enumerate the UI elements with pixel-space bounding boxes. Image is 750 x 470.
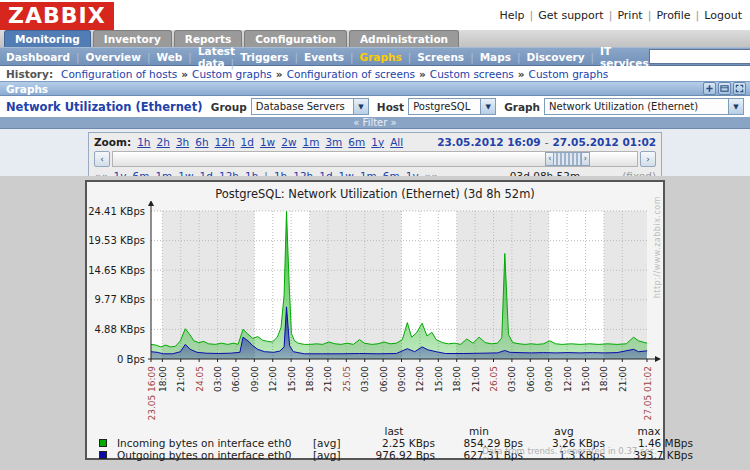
filter-toggle[interactable]: « Filter » bbox=[0, 117, 750, 129]
svg-text:03:00: 03:00 bbox=[507, 366, 517, 392]
svg-text:14.65 KBps: 14.65 KBps bbox=[88, 265, 145, 276]
fullscreen-icon[interactable] bbox=[733, 82, 746, 95]
svg-text:15:00: 15:00 bbox=[287, 366, 297, 392]
history-link[interactable]: Configuration of hosts bbox=[61, 68, 192, 80]
header-links: HelpGet supportPrintProfileLogout bbox=[500, 9, 750, 22]
svg-text:25.05: 25.05 bbox=[342, 366, 352, 392]
watermark: http://www.zabbix.com bbox=[653, 196, 662, 298]
svg-text:21:00: 21:00 bbox=[323, 366, 333, 392]
zabbix-page: ZABBIX HelpGet supportPrintProfileLogout… bbox=[0, 0, 750, 470]
svg-text:4.88 KBps: 4.88 KBps bbox=[95, 324, 145, 335]
graph-select-value: Network Utilization (Ethernet) bbox=[545, 101, 728, 112]
zoom-link[interactable]: 1y bbox=[371, 136, 384, 148]
legend-series-name: Incoming bytes on interface eth0 bbox=[113, 437, 309, 449]
sub-nav-item[interactable]: Triggers bbox=[240, 51, 304, 63]
svg-text:23.05 16:09: 23.05 16:09 bbox=[147, 366, 157, 421]
zoom-link[interactable]: 12h bbox=[215, 136, 235, 148]
sub-nav-item[interactable]: Events bbox=[304, 51, 359, 63]
header-link[interactable]: Get support bbox=[538, 9, 617, 22]
legend-header-max: max bbox=[605, 425, 693, 437]
scroll-right-button[interactable]: › bbox=[640, 151, 656, 167]
header-link[interactable]: Logout bbox=[704, 9, 742, 22]
top-header: ZABBIX HelpGet supportPrintProfileLogout bbox=[0, 0, 750, 30]
zoom-link[interactable]: 6m bbox=[348, 136, 365, 148]
history-link[interactable]: Custom graphs bbox=[529, 68, 609, 80]
add-graph-icon[interactable] bbox=[703, 82, 716, 95]
period-separator: - bbox=[545, 136, 549, 148]
host-label: Host bbox=[377, 101, 404, 113]
sub-nav-item[interactable]: Graphs bbox=[360, 51, 418, 63]
search-input[interactable] bbox=[649, 49, 750, 64]
sub-nav: DashboardOverviewWebLatest dataTriggersE… bbox=[0, 47, 750, 66]
svg-text:12:00: 12:00 bbox=[415, 366, 425, 392]
svg-text:12:00: 12:00 bbox=[563, 366, 573, 392]
svg-text:18:00: 18:00 bbox=[599, 366, 609, 392]
svg-text:09:00: 09:00 bbox=[250, 366, 260, 392]
generation-note: Data from trends. Generated in 0.37 sec. bbox=[482, 446, 657, 456]
group-select[interactable]: Database Servers ▼ bbox=[251, 98, 369, 115]
time-scrollbar-slider[interactable]: ‹ › bbox=[545, 152, 590, 166]
sub-nav-item[interactable]: Dashboard bbox=[6, 51, 86, 63]
svg-text:18:00: 18:00 bbox=[305, 366, 315, 392]
svg-text:24.05: 24.05 bbox=[195, 366, 205, 392]
legend-last-value: 2.25 KBps bbox=[353, 437, 435, 449]
host-select[interactable]: PostgreSQL ▼ bbox=[408, 98, 496, 115]
svg-text:21:00: 21:00 bbox=[471, 366, 481, 392]
history-label: History: bbox=[6, 68, 53, 80]
svg-text:24.41 KBps: 24.41 KBps bbox=[88, 206, 145, 217]
legend-function: [avg] bbox=[309, 449, 353, 461]
zoom-link[interactable]: 2h bbox=[157, 136, 170, 148]
period-end[interactable]: 27.05.2012 01:02 bbox=[552, 136, 656, 148]
history-link[interactable]: Custom graphs bbox=[192, 68, 287, 80]
svg-text:09:00: 09:00 bbox=[397, 366, 407, 392]
slider-right-handle[interactable]: › bbox=[581, 152, 590, 166]
header-link[interactable]: Help bbox=[500, 9, 539, 22]
zoom-link[interactable]: 2w bbox=[281, 136, 296, 148]
slider-grip[interactable] bbox=[554, 152, 581, 166]
slideshow-icon[interactable] bbox=[718, 82, 731, 95]
header-link[interactable]: Print bbox=[617, 9, 656, 22]
sub-nav-item[interactable]: Latest data bbox=[198, 45, 240, 69]
group-label: Group bbox=[211, 101, 247, 113]
header-link[interactable]: Profile bbox=[656, 9, 704, 22]
svg-text:03:00: 03:00 bbox=[213, 366, 223, 392]
graph-label: Graph bbox=[504, 101, 540, 113]
legend-header-avg: avg bbox=[523, 425, 605, 437]
zoom-link[interactable]: 6h bbox=[195, 136, 208, 148]
chart-plot-area[interactable]: 24.41 KBps19.53 KBps14.65 KBps9.77 KBps4… bbox=[87, 201, 663, 423]
legend-function: [avg] bbox=[309, 437, 353, 449]
history-link[interactable]: Configuration of screens bbox=[287, 68, 430, 80]
zoom-link[interactable]: All bbox=[390, 136, 403, 148]
sub-nav-item[interactable]: IT services bbox=[600, 45, 649, 69]
page-title: Network Utilization (Ethernet) bbox=[6, 100, 203, 114]
time-scrollbar-track[interactable]: ‹ › bbox=[112, 151, 638, 167]
zoom-links: 1h2h3h6h12h1d1w2w1m3m6m1yAll bbox=[137, 136, 409, 148]
svg-text:18:00: 18:00 bbox=[158, 366, 168, 392]
svg-text:15:00: 15:00 bbox=[581, 366, 591, 392]
zoom-link[interactable]: 1h bbox=[137, 136, 150, 148]
zoom-link[interactable]: 1w bbox=[260, 136, 275, 148]
sub-nav-item[interactable]: Web bbox=[156, 51, 197, 63]
zoom-link[interactable]: 3m bbox=[325, 136, 342, 148]
zoom-link[interactable]: 3h bbox=[176, 136, 189, 148]
sub-nav-item[interactable]: Maps bbox=[480, 51, 527, 63]
history-items: Configuration of hostsCustom graphsConfi… bbox=[61, 68, 608, 80]
sub-nav-item[interactable]: Screens bbox=[417, 51, 479, 63]
svg-text:06:00: 06:00 bbox=[379, 366, 389, 392]
history-link[interactable]: Custom screens bbox=[430, 68, 529, 80]
graph-select[interactable]: Network Utilization (Ethernet) ▼ bbox=[544, 98, 744, 115]
scroll-left-button[interactable]: ‹ bbox=[94, 151, 110, 167]
zoom-label: Zoom: bbox=[94, 136, 131, 148]
zabbix-logo[interactable]: ZABBIX bbox=[0, 2, 114, 30]
sub-nav-item[interactable]: Discovery bbox=[527, 51, 601, 63]
svg-text:9.77 KBps: 9.77 KBps bbox=[95, 294, 145, 305]
slider-left-handle[interactable]: ‹ bbox=[545, 152, 554, 166]
legend-header-min: min bbox=[435, 425, 523, 437]
period-start[interactable]: 23.05.2012 16:09 bbox=[437, 136, 541, 148]
svg-text:03:00: 03:00 bbox=[360, 366, 370, 392]
sub-nav-item[interactable]: Overview bbox=[86, 51, 157, 63]
graph-title: PostgreSQL: Network Utilization (Etherne… bbox=[87, 182, 663, 201]
zoom-link[interactable]: 1d bbox=[241, 136, 254, 148]
chevron-down-icon: ▼ bbox=[728, 99, 743, 114]
zoom-link[interactable]: 1m bbox=[303, 136, 320, 148]
